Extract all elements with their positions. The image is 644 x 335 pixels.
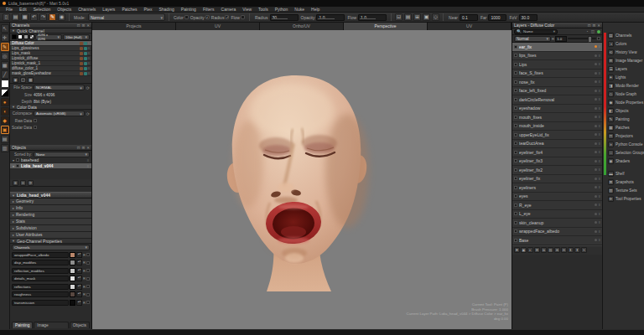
- layer-row[interactable]: face_S_fixes ≡: [512, 70, 602, 79]
- layer-action-icon[interactable]: ☰: [534, 247, 540, 253]
- tool-icon[interactable]: ◆: [1, 116, 9, 125]
- geo-channel-row[interactable]: details_mask ▴▾ R: [10, 275, 91, 283]
- layer-row[interactable]: Lips ≡: [512, 60, 602, 70]
- layer-action-icon[interactable]: ▤: [548, 247, 553, 253]
- gray-swatch[interactable]: [23, 34, 29, 39]
- layer-visibility-checkbox[interactable]: [514, 221, 517, 224]
- layer-action-icon[interactable]: ⊟: [561, 247, 567, 253]
- accordion-section[interactable]: ▸ Subdivision: [10, 225, 91, 232]
- layer-row[interactable]: eyeliner_fix2 ≡: [512, 166, 602, 175]
- channel-depth-dropdown[interactable]: 16bit (Half)▾: [63, 34, 90, 40]
- palette-tab[interactable]: ◉ Shaders: [608, 157, 644, 165]
- filter-icon[interactable]: ◔: [584, 29, 589, 34]
- visibility-filter-icon[interactable]: ◫: [590, 29, 595, 34]
- layer-row[interactable]: tearDuctArea ≡: [512, 140, 602, 149]
- tool-icon[interactable]: ◎: [1, 52, 9, 60]
- palette-close-icon[interactable]: ✕: [86, 146, 90, 150]
- geo-channel-row[interactable]: wrappedFace_albedo ▴▾ R: [10, 250, 91, 259]
- layer-visibility-checkbox[interactable]: [514, 133, 517, 137]
- palette-tab[interactable]: ☰ Layers: [608, 64, 644, 73]
- link-toggle[interactable]: Opacity: [190, 15, 210, 20]
- menu-item[interactable]: View: [239, 7, 255, 12]
- stepper-control[interactable]: ▴▾: [76, 300, 82, 306]
- reload-object-icon[interactable]: ⟳: [28, 180, 34, 186]
- palette-tab[interactable]: ▥ Texture Sets: [608, 186, 644, 194]
- layer-action-icon[interactable]: ⬇: [568, 247, 574, 253]
- menu-item[interactable]: Tools: [255, 7, 272, 12]
- geo-channels-dropdown[interactable]: Channels▾: [12, 245, 90, 250]
- panel-tab[interactable]: Objects: [70, 322, 90, 328]
- viewport-tab[interactable]: Ortho/UV: [260, 23, 344, 30]
- layer-row[interactable]: eyeliner_fix ≡: [512, 175, 602, 184]
- menu-item[interactable]: Layers: [99, 7, 118, 12]
- palette-close-icon[interactable]: ✕: [597, 23, 600, 28]
- geo-channel-checkbox[interactable]: [86, 301, 90, 304]
- object-tree-row[interactable]: ▾ Lidia_head_v044 ≡: [10, 163, 91, 169]
- menu-item[interactable]: Selection: [30, 7, 55, 12]
- layer-visibility-checkbox[interactable]: [514, 89, 517, 92]
- toolbar-icon[interactable]: ◉: [58, 13, 65, 21]
- projection-icon[interactable]: ◇: [432, 13, 439, 21]
- toolbar-icon[interactable]: ▤: [12, 13, 19, 21]
- layer-visibility-checkbox[interactable]: [514, 151, 517, 154]
- layer-action-icon[interactable]: ⬆: [574, 247, 580, 253]
- menu-item[interactable]: Shading: [155, 7, 177, 12]
- layer-visibility-checkbox[interactable]: [514, 229, 517, 233]
- palette-expand-icon[interactable]: ⊞: [81, 146, 85, 150]
- palette-tab[interactable]: ✦ Lights: [608, 73, 644, 81]
- blend-amount-field[interactable]: 1.0: [555, 36, 567, 42]
- layer-visibility-checkbox[interactable]: [514, 54, 517, 57]
- menu-item[interactable]: Edit: [16, 7, 30, 12]
- toolbar-icon[interactable]: ▦: [21, 13, 29, 21]
- layer-visibility-checkbox[interactable]: [514, 204, 517, 207]
- tool-icon[interactable]: ╱: [1, 70, 9, 79]
- palette-tab[interactable]: □ Selection Groups: [608, 148, 644, 157]
- reset-icon[interactable]: ⟳: [86, 85, 90, 90]
- geo-channel-checkbox[interactable]: [86, 269, 90, 272]
- tool-icon[interactable]: ↖: [1, 24, 9, 33]
- stepper-control[interactable]: ▴▾: [76, 291, 82, 297]
- palette-tab[interactable]: ▤ Channels: [608, 31, 644, 39]
- palette-tab[interactable]: » Python Console: [608, 140, 644, 148]
- palette-tab[interactable]: ✎ Painting: [608, 115, 644, 123]
- stepper-control[interactable]: ▴▾: [76, 252, 82, 258]
- geo-channel-checkbox[interactable]: [86, 277, 90, 281]
- tool-icon[interactable]: ◖: [1, 107, 9, 116]
- layer-action-icon[interactable]: ⊞: [554, 247, 560, 253]
- brush-slider[interactable]: Opacity 1.0: [300, 14, 345, 21]
- layer-row[interactable]: L_eye ≡: [512, 210, 602, 219]
- layer-row[interactable]: face_left_fixed ≡: [512, 87, 602, 96]
- raw-data-checkbox[interactable]: [34, 119, 37, 122]
- layer-visibility-checkbox[interactable]: [514, 168, 517, 172]
- layer-action-icon[interactable]: ✕: [581, 247, 587, 253]
- panel-tab[interactable]: Painting: [12, 322, 33, 328]
- geo-channel-row[interactable]: reflection_modifies ▴▾ R: [10, 266, 91, 275]
- reset-icon[interactable]: ⟳: [86, 111, 90, 116]
- geo-channel-checkbox[interactable]: [86, 253, 90, 256]
- viewport-tab[interactable]: UV: [176, 23, 260, 30]
- layer-row[interactable]: darkCircleRemoval ≡: [512, 95, 602, 105]
- tool-icon[interactable]: ▦: [1, 61, 9, 70]
- palette-tab[interactable]: ◧ Objects: [608, 106, 644, 115]
- layer-action-icon[interactable]: ⧉: [541, 247, 547, 253]
- layer-visibility-checkbox[interactable]: [514, 80, 517, 84]
- menu-item[interactable]: File: [3, 7, 16, 12]
- geo-channel-row[interactable]: disp_modifies ▴▾ R: [10, 259, 91, 267]
- layer-row[interactable]: lips_fixes ≡: [512, 52, 602, 61]
- layer-action-icon[interactable]: ◐: [527, 247, 533, 253]
- layer-visibility-checkbox[interactable]: [514, 98, 517, 101]
- accordion-section[interactable]: ▸ Rendering: [10, 212, 91, 219]
- scalar-data-checkbox[interactable]: [34, 126, 37, 129]
- object-properties-header[interactable]: ▼ Lidia_head_v044: [10, 192, 91, 198]
- layer-row[interactable]: R_eye ≡: [512, 201, 602, 210]
- toolbar-icon[interactable]: ▯: [3, 13, 10, 21]
- accordion-section[interactable]: ▸ Stats: [10, 219, 91, 225]
- layer-visibility-checkbox[interactable]: [514, 116, 517, 119]
- palette-tab[interactable]: ⊡ Projectors: [608, 131, 644, 140]
- new-channel-icon[interactable]: ◯: [20, 77, 26, 83]
- menu-item[interactable]: Painting: [178, 7, 200, 12]
- layer-row[interactable]: eyeliners ≡: [512, 183, 602, 193]
- menu-item[interactable]: Python: [272, 7, 292, 12]
- stepper-control[interactable]: ▴▾: [76, 260, 82, 265]
- tool-icon[interactable]: [1, 89, 9, 97]
